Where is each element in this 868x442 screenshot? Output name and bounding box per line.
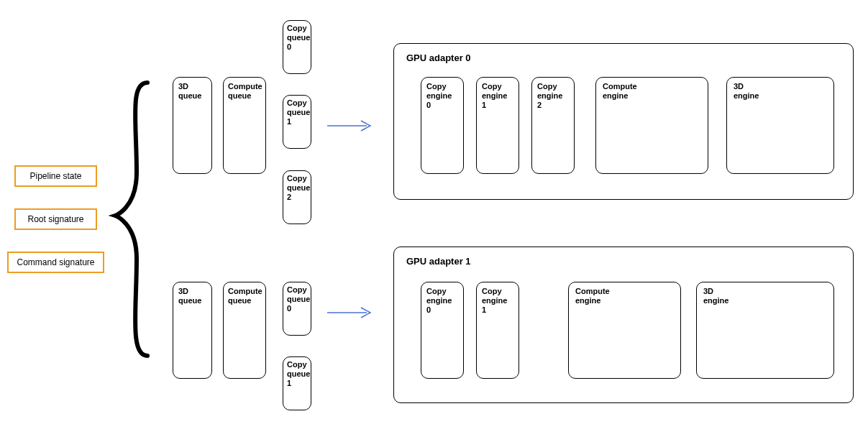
root-signature-label: Root signature bbox=[27, 214, 83, 224]
top-3d-queue-label: 3D queue bbox=[178, 82, 201, 101]
adapter1-copy-engine-1-label: Copy engine 1 bbox=[482, 287, 507, 315]
adapter0-copy-engine-2-label: Copy engine 2 bbox=[537, 82, 562, 110]
top-compute-queue-label: Compute queue bbox=[228, 82, 262, 101]
adapter0-3d-engine-label: 3D engine bbox=[734, 82, 759, 101]
gpu-adapter-0-title: GPU adapter 0 bbox=[406, 52, 471, 63]
arrow-top-icon bbox=[327, 119, 381, 133]
top-copy-queue-0-label: Copy queue 0 bbox=[287, 24, 310, 52]
command-signature-label: Command signature bbox=[17, 257, 94, 267]
adapter0-copy-engine-0-label: Copy engine 0 bbox=[426, 82, 452, 110]
root-signature-box: Root signature bbox=[14, 208, 97, 230]
adapter0-copy-engine-1-label: Copy engine 1 bbox=[482, 82, 507, 110]
bottom-3d-queue-label: 3D queue bbox=[178, 287, 201, 305]
command-signature-box: Command signature bbox=[7, 252, 104, 273]
curly-brace-icon bbox=[108, 72, 158, 367]
top-copy-queue-2-label: Copy queue 2 bbox=[287, 174, 310, 202]
gpu-adapter-1-title: GPU adapter 1 bbox=[406, 256, 471, 267]
pipeline-state-label: Pipeline state bbox=[29, 171, 81, 181]
top-copy-queue-1-label: Copy queue 1 bbox=[287, 98, 310, 126]
adapter1-copy-engine-0-label: Copy engine 0 bbox=[426, 287, 452, 315]
adapter1-compute-engine-label: Compute engine bbox=[575, 287, 610, 305]
pipeline-state-box: Pipeline state bbox=[14, 165, 97, 187]
adapter0-compute-engine-label: Compute engine bbox=[603, 82, 637, 101]
arrow-bottom-icon bbox=[327, 305, 381, 320]
adapter1-3d-engine-label: 3D engine bbox=[703, 287, 728, 305]
bottom-copy-queue-1-label: Copy queue 1 bbox=[287, 360, 310, 388]
bottom-compute-queue-label: Compute queue bbox=[228, 287, 262, 305]
bottom-copy-queue-0-label: Copy queue 0 bbox=[287, 285, 310, 313]
